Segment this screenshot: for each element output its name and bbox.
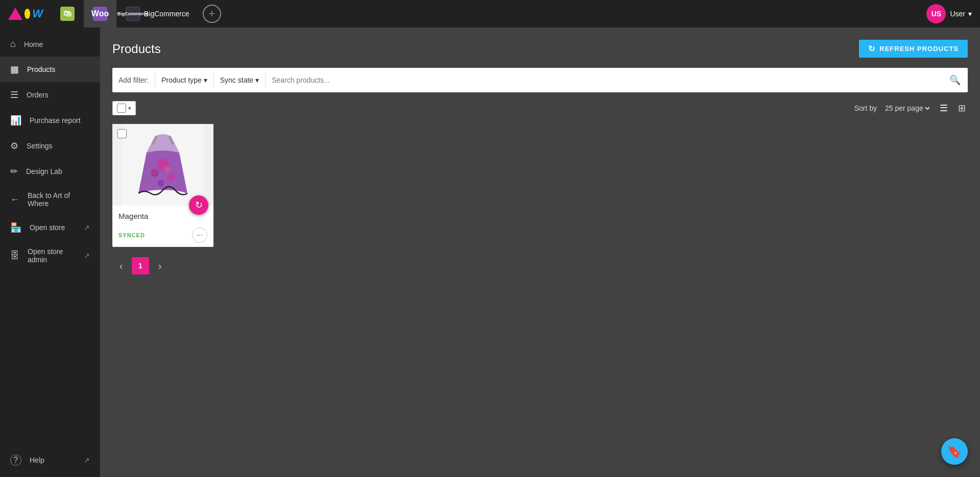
refresh-products-button[interactable]: ↻ REFRESH PRODUCTS bbox=[859, 40, 968, 58]
more-icon: ··· bbox=[196, 231, 203, 240]
user-chevron-icon: ▾ bbox=[968, 10, 972, 18]
products-toolbar: ▾ Sort by 25 per page ☰ ⊞ bbox=[112, 101, 968, 116]
prev-page-icon: ‹ bbox=[119, 260, 123, 272]
sidebar-item-label: Help bbox=[30, 456, 44, 464]
open-store-admin-icon: 🗄 bbox=[10, 250, 19, 261]
product-card: ↻ Magenta SYNCED ··· bbox=[112, 124, 213, 247]
sync-product-button[interactable]: ↻ bbox=[189, 195, 208, 215]
woo-store-tab[interactable]: Woo bbox=[84, 0, 116, 28]
select-all-chevron-icon: ▾ bbox=[128, 105, 131, 112]
product-more-button[interactable]: ··· bbox=[192, 228, 207, 243]
search-button[interactable]: 🔍 bbox=[942, 70, 968, 90]
user-name: User bbox=[950, 10, 965, 18]
sidebar: ⌂ Home ▦ Products ☰ Orders 📊 Purchase re… bbox=[0, 28, 100, 477]
sync-state-filter-button[interactable]: Sync state ▾ bbox=[213, 72, 265, 88]
svg-point-5 bbox=[164, 166, 170, 171]
grid-view-button[interactable]: ⊞ bbox=[956, 101, 968, 116]
woo-icon: Woo bbox=[93, 7, 107, 21]
search-input[interactable] bbox=[265, 72, 942, 88]
synced-badge: SYNCED bbox=[118, 232, 145, 238]
toolbar-right: Sort by 25 per page ☰ ⊞ bbox=[854, 101, 968, 116]
select-all-checkbox[interactable] bbox=[117, 104, 126, 113]
main-layout: ⌂ Home ▦ Products ☰ Orders 📊 Purchase re… bbox=[0, 28, 980, 477]
sidebar-item-label: Open store bbox=[30, 223, 65, 232]
product-card-footer: SYNCED ··· bbox=[112, 228, 213, 247]
orders-icon: ☰ bbox=[10, 89, 18, 101]
products-icon: ▦ bbox=[10, 64, 19, 75]
sidebar-item-label: Back to Art of Where bbox=[28, 191, 90, 208]
bigcommerce-label: BigCommerce bbox=[144, 10, 189, 18]
sidebar-item-home[interactable]: ⌂ Home bbox=[0, 32, 100, 57]
sync-state-label: Sync state bbox=[220, 76, 253, 84]
product-type-label: Product type bbox=[161, 76, 202, 84]
per-page-select[interactable]: 25 per page bbox=[883, 104, 931, 113]
grid-view-icon: ⊞ bbox=[958, 103, 966, 113]
page-title: Products bbox=[112, 42, 161, 56]
sidebar-item-products[interactable]: ▦ Products bbox=[0, 57, 100, 82]
sidebar-item-label: Products bbox=[27, 65, 55, 73]
sidebar-item-help[interactable]: ? Help ↗ bbox=[0, 447, 100, 473]
sort-by-label: Sort by bbox=[854, 104, 877, 112]
settings-icon: ⚙ bbox=[10, 140, 18, 152]
purchase-report-icon: 📊 bbox=[10, 115, 21, 126]
bigcommerce-icon: BigCommerce bbox=[126, 7, 140, 21]
sync-state-chevron-icon: ▾ bbox=[255, 76, 259, 84]
sidebar-item-label: Purchase report bbox=[30, 116, 81, 124]
product-type-filter-button[interactable]: Product type ▾ bbox=[155, 72, 213, 88]
content-header: Products ↻ REFRESH PRODUCTS bbox=[112, 40, 968, 58]
prev-page-button[interactable]: ‹ bbox=[112, 257, 130, 274]
user-menu-button[interactable]: User ▾ bbox=[950, 10, 972, 18]
bigcommerce-store-tab[interactable]: BigCommerce BigCommerce bbox=[116, 0, 199, 28]
logo-circle-icon bbox=[25, 9, 30, 19]
user-avatar: US bbox=[926, 4, 946, 23]
sidebar-item-open-store-admin[interactable]: 🗄 Open store admin ↗ bbox=[0, 240, 100, 271]
sidebar-item-design-lab[interactable]: ✏ Design Lab bbox=[0, 159, 100, 184]
sidebar-item-label: Settings bbox=[27, 142, 53, 150]
select-all-button[interactable]: ▾ bbox=[112, 101, 136, 115]
content-area: Products ↻ REFRESH PRODUCTS Add filter: … bbox=[100, 28, 980, 477]
design-lab-icon: ✏ bbox=[10, 166, 18, 177]
refresh-icon: ↻ bbox=[868, 44, 875, 54]
sidebar-item-orders[interactable]: ☰ Orders bbox=[0, 82, 100, 108]
sidebar-item-back-to-aow[interactable]: ← Back to Art of Where bbox=[0, 184, 100, 215]
current-page: 1 bbox=[132, 257, 149, 274]
external-link-icon: ↗ bbox=[84, 456, 90, 464]
fab-button[interactable]: 🔖 bbox=[941, 438, 968, 465]
help-icon: ? bbox=[10, 455, 21, 466]
sidebar-item-settings[interactable]: ⚙ Settings bbox=[0, 133, 100, 159]
sidebar-item-label: Design Lab bbox=[26, 167, 62, 175]
svg-point-4 bbox=[158, 180, 164, 187]
sidebar-item-label: Orders bbox=[27, 91, 49, 99]
sync-icon: ↻ bbox=[195, 199, 203, 211]
open-store-icon: 🏪 bbox=[10, 222, 21, 233]
fab-icon: 🔖 bbox=[947, 444, 962, 459]
home-icon: ⌂ bbox=[10, 39, 16, 49]
pagination: ‹ 1 › bbox=[112, 257, 968, 274]
product-type-chevron-icon: ▾ bbox=[204, 76, 207, 84]
next-page-button[interactable]: › bbox=[151, 257, 169, 274]
add-store-button[interactable]: + bbox=[203, 5, 221, 23]
logo-triangle-icon bbox=[8, 8, 22, 20]
external-link-icon: ↗ bbox=[84, 252, 90, 260]
product-card-image: ↻ bbox=[112, 124, 213, 206]
next-page-icon: › bbox=[158, 260, 162, 272]
logo: W bbox=[0, 7, 51, 20]
product-image-svg bbox=[112, 124, 213, 206]
list-view-icon: ☰ bbox=[940, 103, 948, 113]
svg-point-2 bbox=[151, 169, 159, 177]
shopify-store-tab[interactable]: 🛍 bbox=[51, 0, 84, 28]
sidebar-item-open-store[interactable]: 🏪 Open store ↗ bbox=[0, 215, 100, 240]
sidebar-item-label: Home bbox=[24, 40, 43, 48]
back-icon: ← bbox=[10, 194, 19, 205]
svg-point-3 bbox=[167, 173, 175, 181]
external-link-icon: ↗ bbox=[84, 223, 90, 232]
topbar: W 🛍 Woo BigCommerce BigCommerce + US Use… bbox=[0, 0, 980, 28]
filters-bar: Add filter: Product type ▾ Sync state ▾ … bbox=[112, 68, 968, 92]
product-card-checkbox[interactable] bbox=[117, 129, 127, 138]
refresh-label: REFRESH PRODUCTS bbox=[879, 45, 959, 53]
add-filter-label: Add filter: bbox=[112, 76, 155, 84]
logo-w-icon: W bbox=[32, 7, 43, 20]
sidebar-item-purchase-report[interactable]: 📊 Purchase report bbox=[0, 108, 100, 133]
list-view-button[interactable]: ☰ bbox=[938, 101, 950, 116]
search-icon: 🔍 bbox=[949, 75, 961, 85]
